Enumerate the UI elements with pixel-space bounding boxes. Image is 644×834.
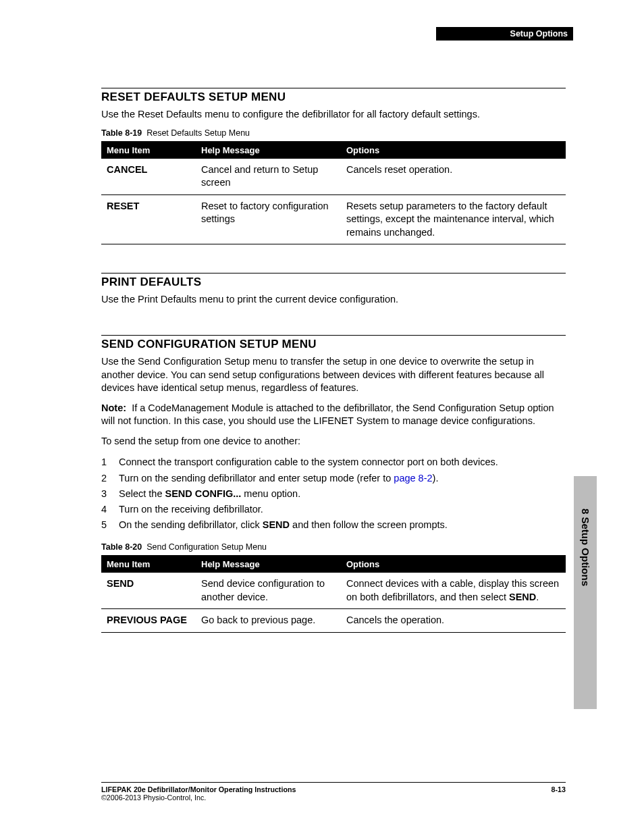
header-tag: Setup Options <box>436 27 573 41</box>
page-content: RESET DEFAULTS SETUP MENU Use the Reset … <box>101 88 566 633</box>
section-desc: Use the Reset Defaults menu to configure… <box>101 108 566 122</box>
table-number: Table 8-19 <box>101 128 142 138</box>
cell-menu-item: CANCEL <box>101 159 196 195</box>
col-options: Options <box>341 556 566 573</box>
footer-title: LIFEPAK 20e Defibrillator/Monitor Operat… <box>101 785 296 793</box>
cell-options: Cancels reset operation. <box>341 159 566 195</box>
cell-options: Cancels the operation. <box>341 609 566 633</box>
step-text: and then follow the screen prompts. <box>290 519 448 530</box>
cell-menu-item: RESET <box>101 194 196 244</box>
note-text: If a CodeManagement Module is attached t… <box>101 402 554 427</box>
side-tab-label: 8 Setup Options <box>580 509 591 586</box>
table-row: CANCEL Cancel and return to Setup screen… <box>101 159 566 195</box>
note-label: Note: <box>101 402 126 413</box>
section-title-print: PRINT DEFAULTS <box>101 276 566 289</box>
table-row: RESET Reset to factory configuration set… <box>101 194 566 244</box>
copyright: ©2006-2013 Physio-Control, Inc. <box>101 793 206 802</box>
paragraph: To send the setup from one device to ano… <box>101 435 566 448</box>
step-text: ). <box>433 473 439 484</box>
page-footer: LIFEPAK 20e Defibrillator/Monitor Operat… <box>101 782 566 802</box>
option-text: . <box>536 592 539 602</box>
steps-list: Connect the transport configuration cabl… <box>101 454 566 533</box>
table-row: SEND Send device configuration to anothe… <box>101 573 566 609</box>
step-text: On the sending defibrillator, click <box>119 519 263 530</box>
table-caption: Table 8-20 Send Configuration Setup Menu <box>101 542 566 552</box>
col-options: Options <box>341 141 566 159</box>
list-item: Connect the transport configuration cabl… <box>101 454 566 470</box>
table-number: Table 8-20 <box>101 542 142 552</box>
step-text: Turn on the sending defibrillator and en… <box>119 473 394 484</box>
col-help-message: Help Message <box>196 556 341 573</box>
step-text: menu option. <box>241 488 300 499</box>
note-paragraph: Note: If a CodeManagement Module is atta… <box>101 402 566 428</box>
list-item: Turn on the sending defibrillator and en… <box>101 471 566 486</box>
cell-menu-item: PREVIOUS PAGE <box>101 609 196 633</box>
section-rule <box>101 335 566 336</box>
cell-help-message: Reset to factory configuration settings <box>196 194 341 244</box>
list-item: Turn on the receiving defibrillator. <box>101 502 566 517</box>
button-name: SEND <box>263 519 290 530</box>
table-row: PREVIOUS PAGE Go back to previous page. … <box>101 609 566 633</box>
chapter-side-tab: 8 Setup Options <box>574 476 597 709</box>
cell-options: Connect devices with a cable, display th… <box>341 573 566 609</box>
table-title: Send Configuration Setup Menu <box>146 542 267 552</box>
menu-option-name: SEND CONFIG... <box>165 488 242 499</box>
page-link[interactable]: page 8-2 <box>394 473 432 484</box>
col-menu-item: Menu Item <box>101 141 196 159</box>
reset-defaults-table: Menu Item Help Message Options CANCEL Ca… <box>101 141 566 245</box>
cell-help-message: Send device configuration to another dev… <box>196 573 341 609</box>
page-number: 8-13 <box>552 785 566 793</box>
col-menu-item: Menu Item <box>101 556 196 573</box>
table-title: Reset Defaults Setup Menu <box>146 128 250 138</box>
table-caption: Table 8-19 Reset Defaults Setup Menu <box>101 128 566 138</box>
list-item: On the sending defibrillator, click SEND… <box>101 517 566 533</box>
section-rule <box>101 88 566 88</box>
cell-menu-item: SEND <box>101 573 196 609</box>
send-config-table: Menu Item Help Message Options SEND Send… <box>101 555 566 633</box>
section-title-reset: RESET DEFAULTS SETUP MENU <box>101 90 566 104</box>
cell-options: Resets setup parameters to the factory d… <box>341 194 566 244</box>
cell-help-message: Go back to previous page. <box>196 609 341 633</box>
section-desc: Use the Print Defaults menu to print the… <box>101 293 566 307</box>
paragraph: Use the Send Configuration Setup menu to… <box>101 355 566 395</box>
section-title-send: SEND CONFIGURATION SETUP MENU <box>101 338 566 351</box>
section-rule <box>101 273 566 273</box>
button-name: SEND <box>509 592 536 602</box>
list-item: Select the SEND CONFIG... menu option. <box>101 486 566 502</box>
col-help-message: Help Message <box>196 141 341 159</box>
cell-help-message: Cancel and return to Setup screen <box>196 159 341 195</box>
step-text: Select the <box>119 488 165 499</box>
